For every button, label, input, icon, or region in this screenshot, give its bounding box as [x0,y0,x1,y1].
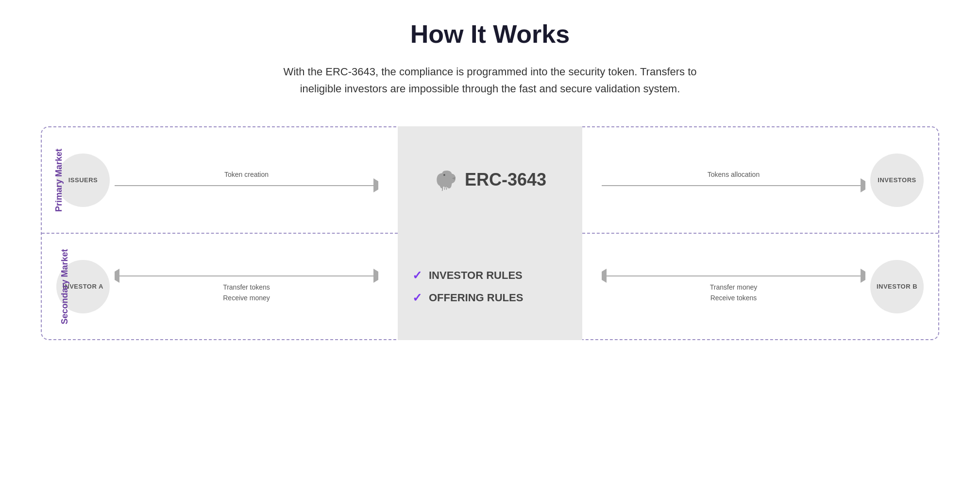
primary-market-right-row: Tokens allocation INVESTORS [597,154,924,207]
investor-rules-label: INVESTOR RULES [429,269,523,282]
primary-market-right: Tokens allocation INVESTORS [582,127,938,233]
arrowhead-right-icon-4 [861,272,865,280]
page-title: How It Works [410,19,570,49]
check-icon-2: ✓ [412,291,422,305]
receive-money-label: Receive money [223,294,270,302]
center-column: ERC-3643 ✓ INVESTOR RULES ✓ OFFERING RUL… [398,126,582,340]
token-creation-label: Token creation [224,171,269,178]
dino-icon [434,168,458,192]
arrow-line-3 [607,275,861,276]
secondary-market-row: INVESTOR A Transfer tokens Receive money [56,260,383,313]
page-subtitle: With the ERC-3643, the compliance is pro… [271,63,709,97]
primary-market-label: Primary Market [54,149,64,212]
secondary-market-right-row: Transfer money Receive tokens INVESTOR B [597,260,924,313]
transfer-tokens-arrow: Transfer tokens Receive money [110,272,383,302]
transfer-money-arrow: Transfer money Receive tokens [597,272,870,302]
token-creation-arrow: Token creation [110,171,383,190]
erc-top-box: ERC-3643 [398,126,582,233]
tokens-allocation-label: Tokens allocation [708,171,760,178]
arrowhead-right-icon-3 [861,181,865,190]
arrowhead-right-icon [373,181,378,190]
svg-point-0 [443,174,445,176]
arrow-line-top [119,275,373,276]
primary-market-left: Primary Market ISSUERS Token creation [42,127,398,233]
left-column: Primary Market ISSUERS Token creation Se… [41,126,398,340]
erc-title: ERC-3643 [465,170,546,190]
secondary-market-label: Secondary Market [60,249,70,324]
arrowhead-left-icon-2 [602,272,607,280]
arrow-line-2 [602,185,861,186]
arrow-row-left-right [115,272,378,280]
arrowhead-left-icon [115,272,119,280]
issuers-node: ISSUERS [56,154,110,207]
investor-b-node: INVESTOR B [870,260,924,313]
receive-tokens-label: Receive tokens [710,294,757,302]
secondary-market-right: Transfer money Receive tokens INVESTOR B [582,233,938,339]
arrow-line [115,185,373,186]
investors-node: INVESTORS [870,154,924,207]
arrow-row-right [115,181,378,190]
diagram-container: Primary Market ISSUERS Token creation Se… [41,126,939,340]
secondary-market-left: Secondary Market INVESTOR A Transfer tok… [42,233,398,339]
tokens-allocation-arrow: Tokens allocation [597,171,870,190]
offering-rules-item: ✓ OFFERING RULES [412,291,523,305]
right-column: Tokens allocation INVESTORS [582,126,939,340]
erc-logo-row: ERC-3643 [434,168,546,192]
arrowhead-right-icon-2 [373,272,378,280]
transfer-money-label: Transfer money [710,283,758,291]
check-icon-1: ✓ [412,269,422,282]
arrow-row-right-3 [602,272,865,280]
investor-rules-item: ✓ INVESTOR RULES [412,269,523,282]
transfer-tokens-label: Transfer tokens [223,283,270,291]
primary-market-row: ISSUERS Token creation [56,154,383,207]
offering-rules-label: OFFERING RULES [429,292,523,304]
erc-bottom-box: ✓ INVESTOR RULES ✓ OFFERING RULES [398,233,582,340]
arrow-row-right-2 [602,181,865,190]
